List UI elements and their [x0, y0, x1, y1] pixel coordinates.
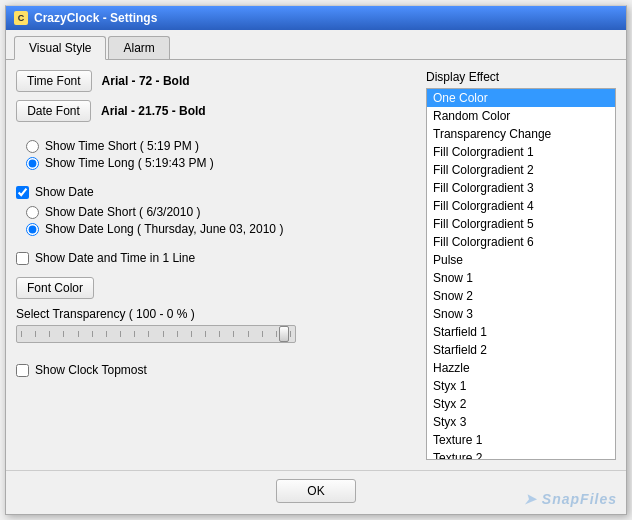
datetime-line-label: Show Date and Time in 1 Line [35, 251, 195, 265]
tick [163, 331, 164, 337]
app-icon: C [14, 11, 28, 25]
datetime-line-checkbox[interactable] [16, 252, 29, 265]
tick [92, 331, 93, 337]
tick [177, 331, 178, 337]
show-date-long-row: Show Date Long ( Thursday, June 03, 2010… [26, 222, 416, 236]
tick [248, 331, 249, 337]
tick [49, 331, 50, 337]
show-date-checkbox[interactable] [16, 186, 29, 199]
show-time-short-label: Show Time Short ( 5:19 PM ) [45, 139, 199, 153]
main-content: Time Font Arial - 72 - Bold Date Font Ar… [6, 60, 626, 470]
tab-visual-style[interactable]: Visual Style [14, 36, 106, 60]
topmost-label: Show Clock Topmost [35, 363, 147, 377]
topmost-checkbox[interactable] [16, 364, 29, 377]
tick [262, 331, 263, 337]
tick [35, 331, 36, 337]
title-bar: C CrazyClock - Settings [6, 6, 626, 30]
date-font-value: Arial - 21.75 - Bold [101, 104, 206, 118]
tick [134, 331, 135, 337]
effect-item[interactable]: Fill Colorgradient 5 [427, 215, 615, 233]
font-color-button[interactable]: Font Color [16, 277, 94, 299]
effect-item[interactable]: Styx 2 [427, 395, 615, 413]
font-color-row: Font Color [16, 277, 416, 299]
effect-item[interactable]: Fill Colorgradient 4 [427, 197, 615, 215]
effect-list[interactable]: One ColorRandom ColorTransparency Change… [426, 88, 616, 460]
effect-item[interactable]: Styx 1 [427, 377, 615, 395]
effect-item[interactable]: Pulse [427, 251, 615, 269]
show-date-short-label: Show Date Short ( 6/3/2010 ) [45, 205, 200, 219]
effect-item[interactable]: Snow 2 [427, 287, 615, 305]
tick [106, 331, 107, 337]
slider-track[interactable] [16, 325, 296, 343]
tick [148, 331, 149, 337]
effect-item[interactable]: Random Color [427, 107, 615, 125]
effect-item[interactable]: Starfield 2 [427, 341, 615, 359]
ok-button[interactable]: OK [276, 479, 355, 503]
tick [120, 331, 121, 337]
show-time-short-row: Show Time Short ( 5:19 PM ) [26, 139, 416, 153]
topmost-row: Show Clock Topmost [16, 363, 416, 377]
show-time-short-radio[interactable] [26, 140, 39, 153]
date-font-row: Date Font Arial - 21.75 - Bold [16, 100, 416, 122]
effect-item[interactable]: Transparency Change [427, 125, 615, 143]
tick [219, 331, 220, 337]
effect-item[interactable]: Snow 1 [427, 269, 615, 287]
show-time-long-radio[interactable] [26, 157, 39, 170]
date-display-group: Show Date Short ( 6/3/2010 ) Show Date L… [26, 205, 416, 236]
effect-item[interactable]: Starfield 1 [427, 323, 615, 341]
tick [191, 331, 192, 337]
transparency-label: Select Transparency ( 100 - 0 % ) [16, 307, 416, 321]
watermark: ➤ SnapFiles [524, 491, 617, 507]
show-date-long-radio[interactable] [26, 223, 39, 236]
show-time-long-label: Show Time Long ( 5:19:43 PM ) [45, 156, 214, 170]
effect-item[interactable]: Snow 3 [427, 305, 615, 323]
effect-item[interactable]: Fill Colorgradient 2 [427, 161, 615, 179]
show-date-checkbox-row: Show Date [16, 185, 416, 199]
window-title: CrazyClock - Settings [34, 11, 157, 25]
tick [78, 331, 79, 337]
effect-item[interactable]: Fill Colorgradient 3 [427, 179, 615, 197]
show-time-long-row: Show Time Long ( 5:19:43 PM ) [26, 156, 416, 170]
time-font-value: Arial - 72 - Bold [102, 74, 190, 88]
date-font-button[interactable]: Date Font [16, 100, 91, 122]
datetime-line-row: Show Date and Time in 1 Line [16, 251, 416, 265]
right-panel: Display Effect One ColorRandom ColorTran… [426, 70, 616, 460]
effect-item[interactable]: Styx 3 [427, 413, 615, 431]
show-date-short-radio[interactable] [26, 206, 39, 219]
slider-thumb[interactable] [279, 326, 289, 342]
tick [233, 331, 234, 337]
tick [205, 331, 206, 337]
transparency-section: Select Transparency ( 100 - 0 % ) [16, 307, 416, 343]
time-font-row: Time Font Arial - 72 - Bold [16, 70, 416, 92]
time-display-group: Show Time Short ( 5:19 PM ) Show Time Lo… [26, 139, 416, 170]
time-font-button[interactable]: Time Font [16, 70, 92, 92]
tick [276, 331, 277, 337]
effect-item[interactable]: Hazzle [427, 359, 615, 377]
left-panel: Time Font Arial - 72 - Bold Date Font Ar… [16, 70, 426, 460]
display-effect-label: Display Effect [426, 70, 616, 84]
tick [290, 331, 291, 337]
effect-item[interactable]: Fill Colorgradient 6 [427, 233, 615, 251]
effect-item[interactable]: Texture 1 [427, 431, 615, 449]
effect-item[interactable]: Fill Colorgradient 1 [427, 143, 615, 161]
slider-ticks [17, 331, 295, 337]
effect-item[interactable]: One Color [427, 89, 615, 107]
main-window: C CrazyClock - Settings Visual Style Ala… [5, 5, 627, 515]
show-date-long-label: Show Date Long ( Thursday, June 03, 2010… [45, 222, 283, 236]
show-date-label: Show Date [35, 185, 94, 199]
tab-alarm[interactable]: Alarm [108, 36, 169, 59]
show-date-short-row: Show Date Short ( 6/3/2010 ) [26, 205, 416, 219]
effect-item[interactable]: Texture 2 [427, 449, 615, 460]
tabs-bar: Visual Style Alarm [6, 30, 626, 60]
tick [21, 331, 22, 337]
tick [63, 331, 64, 337]
